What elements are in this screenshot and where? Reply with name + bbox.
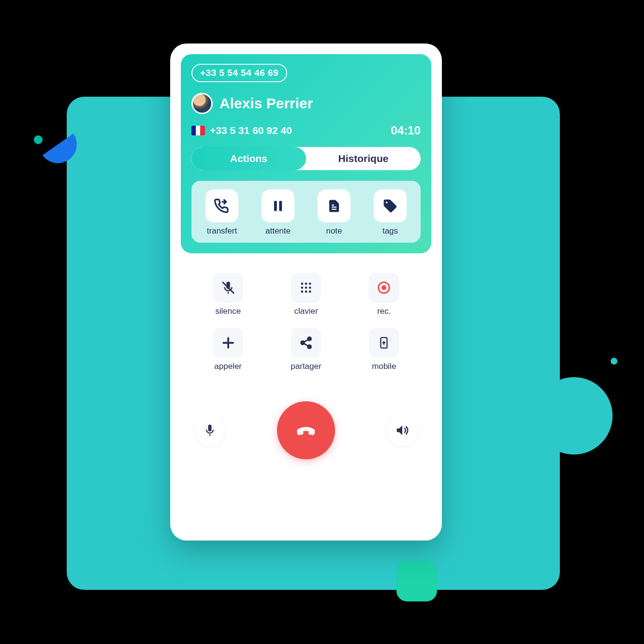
tab-history[interactable]: Historique: [306, 147, 421, 170]
svg-point-9: [301, 291, 303, 293]
add-call-button[interactable]: [213, 328, 243, 358]
tags-label: tags: [382, 226, 398, 236]
keypad-label: clavier: [294, 307, 318, 316]
hold-button[interactable]: [262, 190, 294, 222]
mic-off-icon: [221, 280, 235, 295]
call-label: appeler: [214, 362, 242, 371]
speaker-button[interactable]: [387, 415, 418, 446]
record-button[interactable]: [369, 273, 399, 303]
share-icon: [299, 336, 313, 350]
speaker-icon: [395, 423, 410, 438]
france-flag-icon: [191, 126, 205, 135]
svg-line-19: [304, 340, 308, 342]
action-tags: tags: [366, 190, 415, 236]
caller-number: +33 5 31 60 92 40: [210, 125, 292, 136]
transfer-icon: [214, 198, 230, 214]
caller-avatar[interactable]: [191, 93, 213, 114]
note-button[interactable]: [318, 190, 351, 222]
svg-rect-1: [279, 201, 282, 211]
mobile-icon: [378, 337, 390, 349]
keypad-icon: [299, 281, 313, 294]
hangup-icon: [293, 417, 320, 444]
action-note: note: [309, 190, 359, 236]
transfer-label: transfert: [207, 226, 237, 236]
transfer-button[interactable]: [205, 190, 238, 222]
caller-name: Alexis Perrier: [220, 95, 313, 112]
mobile-button[interactable]: [369, 328, 399, 358]
mic-icon: [203, 424, 217, 437]
decorative-rounded-square: [396, 561, 437, 601]
svg-line-20: [304, 344, 308, 346]
decorative-dot: [34, 135, 43, 144]
call-header-card: +33 5 54 54 46 69 Alexis Perrier +33 5 3…: [181, 54, 431, 253]
note-label: note: [326, 226, 342, 236]
svg-point-7: [305, 287, 307, 289]
tags-button[interactable]: [374, 190, 407, 222]
plus-icon: [221, 336, 235, 350]
caller-phone: +33 5 31 60 92 40: [191, 125, 292, 136]
svg-point-3: [301, 283, 303, 285]
phone-frame: +33 5 54 54 46 69 Alexis Perrier +33 5 3…: [170, 44, 442, 541]
share-button[interactable]: [291, 328, 321, 358]
note-icon: [327, 199, 341, 213]
actions-row: transfert attente note: [191, 181, 421, 243]
control-mute: silence: [193, 273, 263, 316]
svg-point-6: [301, 287, 303, 289]
svg-rect-0: [274, 201, 277, 211]
caller-phone-row: +33 5 31 60 92 40 04:10: [191, 124, 421, 137]
mute-label: silence: [215, 307, 241, 316]
control-mobile: mobile: [350, 328, 419, 371]
tab-actions[interactable]: Actions: [191, 147, 306, 170]
decorative-dot: [611, 358, 617, 365]
control-keypad: clavier: [271, 273, 340, 316]
mic-button[interactable]: [194, 415, 225, 446]
control-share: partager: [271, 328, 340, 371]
keypad-button[interactable]: [291, 273, 321, 303]
svg-point-11: [309, 291, 311, 293]
record-label: rec.: [377, 307, 391, 316]
svg-point-10: [305, 291, 307, 293]
svg-point-4: [305, 283, 307, 285]
share-label: partager: [291, 362, 321, 371]
decorative-circle: [535, 377, 613, 454]
mobile-label: mobile: [372, 362, 396, 371]
action-transfer: transfert: [197, 190, 247, 236]
pause-icon: [271, 199, 285, 213]
hangup-button[interactable]: [277, 401, 335, 459]
hold-label: attente: [265, 226, 291, 236]
svg-point-8: [309, 287, 311, 289]
caller-row: Alexis Perrier: [191, 93, 421, 114]
mute-button[interactable]: [213, 273, 243, 303]
own-number-chip[interactable]: +33 5 54 54 46 69: [191, 64, 287, 82]
call-timer: 04:10: [391, 124, 421, 137]
tag-icon: [382, 198, 398, 214]
record-icon: [377, 280, 391, 295]
bottom-controls: [181, 401, 431, 459]
control-call: appeler: [193, 328, 263, 371]
tabs: Actions Historique: [191, 147, 421, 170]
control-record: rec.: [350, 273, 419, 316]
svg-point-13: [381, 285, 386, 290]
svg-point-5: [309, 283, 311, 285]
action-hold: attente: [253, 190, 303, 236]
controls-card: silence clavier rec.: [181, 262, 431, 382]
